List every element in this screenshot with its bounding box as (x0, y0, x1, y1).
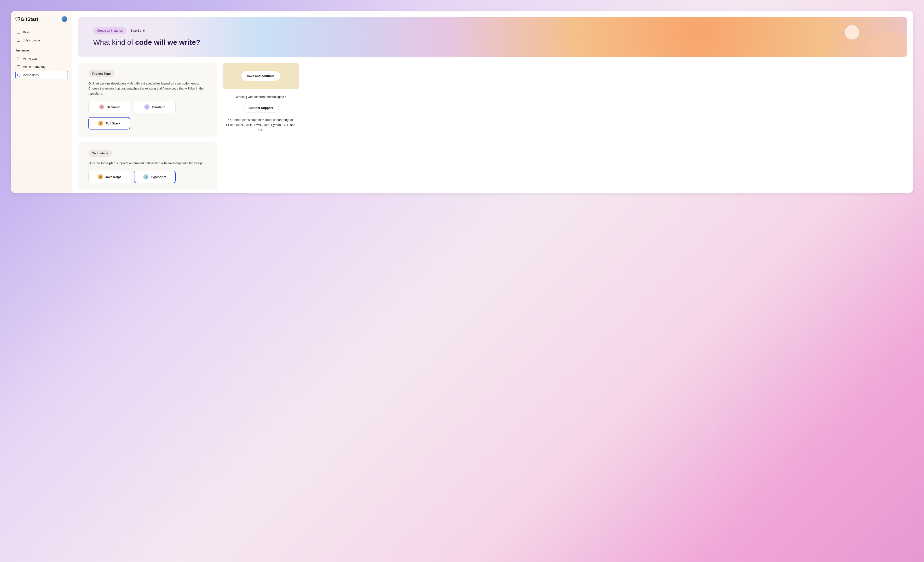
option-fullstack[interactable]: Full Stack (88, 117, 130, 130)
brand-name: GitStart (21, 16, 38, 22)
project-type-options: Backend Frontend Full Stac (88, 101, 206, 130)
ts-icon: TS (143, 174, 148, 179)
option-typescript[interactable]: TS Typescript (134, 170, 176, 183)
svg-rect-1 (146, 106, 148, 108)
nav-billing-label: Billing (23, 30, 32, 34)
tech-stack-description: Only the Indie plan supports automated o… (88, 161, 206, 166)
option-backend[interactable]: Backend (88, 101, 130, 113)
folder-icon (17, 64, 21, 69)
layout-icon (144, 105, 150, 110)
main-content: Create an instance Step 2 of 6 What kind… (72, 11, 913, 193)
project-type-label: Project Type (88, 70, 114, 77)
save-card: Save and continue (223, 63, 299, 89)
hero-banner: Create an instance Step 2 of 6 What kind… (78, 17, 907, 57)
create-instance-badge: Create an instance (93, 27, 126, 34)
layers-icon (98, 121, 103, 126)
save-continue-button[interactable]: Save and continue (241, 71, 280, 81)
sidebar-instance-acme-app[interactable]: Acme app (15, 55, 68, 62)
support-title: Working with different technologies? (225, 95, 296, 99)
app-window: GitStart Billing July's usage Instances … (11, 11, 913, 193)
logo-row: GitStart (15, 16, 68, 22)
nav-billing[interactable]: Billing (15, 28, 68, 36)
hero-meta: Create an instance Step 2 of 6 (93, 27, 892, 34)
sidebar-item-label: Acme marketing (23, 65, 45, 69)
sidebar-item-label: Acme app (23, 57, 37, 60)
title-part-b: code will we write? (135, 38, 200, 46)
folder-icon (17, 57, 21, 60)
option-frontend[interactable]: Frontend (134, 101, 176, 113)
support-card: Working with different technologies? Con… (223, 95, 299, 132)
sidebar-item-label: Acme docs (23, 73, 39, 77)
content-row: Project Type GitStart assigns developers… (78, 63, 907, 193)
logo-icon (15, 17, 20, 21)
tech-stack-card: Tech stack Only the Indie plan supports … (78, 142, 217, 190)
page-title: What kind of code will we write? (93, 38, 892, 46)
option-javascript[interactable]: JS Javascript (88, 170, 130, 183)
instances-section-label: Instances (16, 49, 68, 52)
spinner-icon (17, 73, 21, 77)
option-label: Frontend (152, 105, 165, 109)
option-label: Javascript (105, 175, 121, 179)
sidebar-instance-acme-marketing[interactable]: Acme marketing (15, 63, 68, 70)
option-label: Backend (106, 105, 120, 109)
title-part-a: What kind of (93, 38, 135, 46)
tech-stack-label: Tech stack (88, 149, 112, 157)
project-type-card: Project Type GitStart assigns developers… (78, 63, 217, 137)
left-column: Project Type GitStart assigns developers… (78, 63, 217, 193)
sidebar: GitStart Billing July's usage Instances … (11, 11, 72, 193)
credit-card-icon (17, 30, 21, 34)
right-column: Save and continue Working with different… (223, 63, 299, 132)
js-icon: JS (98, 174, 103, 179)
support-description: Our other plans support manual onboardin… (225, 118, 296, 132)
sidebar-instance-acme-docs[interactable]: Acme docs (15, 71, 68, 79)
svg-point-0 (100, 106, 102, 107)
tech-stack-options: JS Javascript TS Typescript (88, 170, 206, 183)
contact-support-button[interactable]: Contact Support (243, 103, 279, 113)
database-icon (99, 105, 104, 110)
brand-logo[interactable]: GitStart (15, 16, 38, 22)
calendar-icon (17, 38, 21, 42)
nav-usage-label: July's usage (23, 39, 40, 42)
avatar[interactable] (61, 16, 68, 22)
project-type-description: GitStart assigns developers with differe… (88, 81, 206, 96)
option-label: Typescript (151, 175, 166, 179)
step-indicator: Step 2 of 6 (131, 29, 145, 32)
option-label: Full Stack (106, 122, 120, 125)
nav-usage[interactable]: July's usage (15, 36, 68, 44)
